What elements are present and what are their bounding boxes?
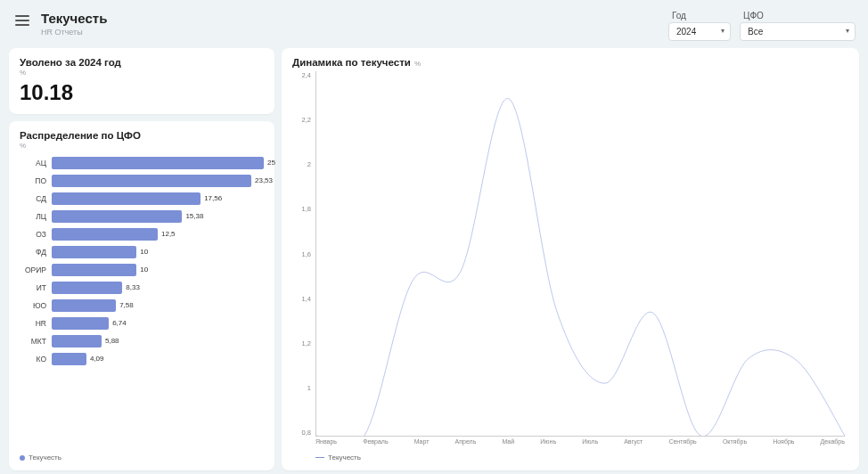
y-tick: 2 xyxy=(292,160,311,168)
distribution-bars: АЦ25ПО23,53СД17,56ЛЦ15,38ОЗ12,5ФД10ОРИР1… xyxy=(20,157,264,448)
distribution-bar xyxy=(52,264,136,276)
dynamics-legend: Текучесть xyxy=(315,454,361,462)
distribution-row: ОРИР10 xyxy=(20,264,264,276)
distribution-category: СД xyxy=(20,194,46,203)
distribution-value: 7,58 xyxy=(116,299,134,312)
distribution-track: 10 xyxy=(52,264,264,276)
distribution-row: ЛЦ15,38 xyxy=(20,210,264,223)
distribution-value: 15,38 xyxy=(182,210,203,223)
legend-dot-icon xyxy=(20,455,25,461)
distribution-category: ФД xyxy=(20,248,46,257)
distribution-value: 10 xyxy=(136,264,148,276)
dynamics-unit: % xyxy=(414,60,421,68)
distribution-unit: % xyxy=(20,142,264,150)
distribution-category: ИТ xyxy=(20,283,46,292)
dynamics-legend-label: Текучесть xyxy=(328,454,361,462)
filter-cfo-value: Все xyxy=(748,27,763,37)
distribution-bar xyxy=(52,299,116,312)
distribution-bar xyxy=(52,157,264,169)
distribution-bar xyxy=(52,192,201,205)
distribution-track: 4,09 xyxy=(52,353,264,365)
distribution-bar xyxy=(52,353,86,365)
kpi-card: Уволено за 2024 год % 10.18 xyxy=(9,48,274,114)
filter-year-label: Год xyxy=(668,11,731,20)
distribution-category: МКТ xyxy=(20,337,46,346)
x-tick: Июнь xyxy=(540,438,556,451)
x-tick: Апрель xyxy=(455,438,477,451)
distribution-title: Распределение по ЦФО xyxy=(20,130,264,141)
legend-line-icon xyxy=(315,457,324,458)
x-tick: Октябрь xyxy=(723,438,747,451)
y-tick: 1,2 xyxy=(292,339,311,347)
x-tick: Август xyxy=(624,438,643,451)
distribution-row: ФД10 xyxy=(20,246,264,258)
dynamics-title: Динамика по текучести xyxy=(292,57,411,68)
distribution-legend-label: Текучесть xyxy=(29,454,61,462)
distribution-category: ЮО xyxy=(20,301,46,310)
filter-year-value: 2024 xyxy=(676,27,696,37)
distribution-row: ЮО7,58 xyxy=(20,299,264,312)
x-tick: Февраль xyxy=(363,438,388,451)
title-block: Текучесть HR Отчеты xyxy=(41,11,107,37)
kpi-value: 10.18 xyxy=(20,80,264,105)
distribution-track: 5,88 xyxy=(52,335,264,347)
distribution-legend: Текучесть xyxy=(20,454,264,462)
distribution-value: 10 xyxy=(136,246,148,258)
y-tick: 1 xyxy=(292,384,311,392)
filter-cfo-select[interactable]: Все xyxy=(740,22,856,41)
distribution-bar xyxy=(52,282,122,294)
distribution-category: ОРИР xyxy=(20,266,46,274)
distribution-value: 8,33 xyxy=(122,282,140,294)
x-tick: Ноябрь xyxy=(773,438,794,451)
y-tick: 1,8 xyxy=(292,205,311,213)
distribution-row: МКТ5,88 xyxy=(20,335,264,347)
dynamics-chart: 0,811,21,41,61,822,22,4 ЯнварьФевральМар… xyxy=(292,71,848,462)
distribution-track: 23,53 xyxy=(52,175,264,187)
filter-cfo-label: ЦФО xyxy=(740,11,856,20)
distribution-category: ПО xyxy=(20,176,46,185)
distribution-category: ОЗ xyxy=(20,230,46,239)
y-tick: 2,2 xyxy=(292,116,311,124)
dynamics-card: Динамика по текучести % 0,811,21,41,61,8… xyxy=(282,48,859,470)
x-tick: Май xyxy=(502,438,514,451)
distribution-row: СД17,56 xyxy=(20,192,264,205)
y-tick: 2,4 xyxy=(292,71,311,79)
distribution-row: АЦ25 xyxy=(20,157,264,169)
kpi-unit: % xyxy=(20,69,264,77)
distribution-bar xyxy=(52,228,158,241)
distribution-category: ЛЦ xyxy=(20,212,46,221)
distribution-value: 25 xyxy=(264,157,275,169)
distribution-bar xyxy=(52,335,102,347)
header: Текучесть HR Отчеты Год 2024 ЦФО Все xyxy=(9,7,859,41)
distribution-bar xyxy=(52,175,251,187)
dynamics-plot xyxy=(315,71,845,437)
distribution-row: ПО23,53 xyxy=(20,175,264,187)
x-tick: Март xyxy=(414,438,430,451)
dynamics-y-axis: 0,811,21,41,61,822,22,4 xyxy=(292,71,314,437)
y-tick: 0,8 xyxy=(292,429,311,437)
dynamics-x-axis: ЯнварьФевральМартАпрельМайИюньИюльАвгуст… xyxy=(315,438,845,451)
dynamics-line xyxy=(316,98,845,436)
distribution-track: 10 xyxy=(52,246,264,258)
distribution-category: КО xyxy=(20,355,46,364)
menu-icon[interactable] xyxy=(12,11,32,30)
y-tick: 1,4 xyxy=(292,295,311,303)
filter-year-select[interactable]: 2024 xyxy=(668,22,731,41)
x-tick: Сентябрь xyxy=(668,438,696,451)
distribution-row: ОЗ12,5 xyxy=(20,228,264,241)
kpi-title: Уволено за 2024 год xyxy=(20,57,264,68)
distribution-bar xyxy=(52,210,182,223)
distribution-row: HR6,74 xyxy=(20,317,264,330)
distribution-value: 17,56 xyxy=(201,192,222,205)
distribution-value: 4,09 xyxy=(86,353,104,365)
distribution-row: КО4,09 xyxy=(20,353,264,365)
distribution-value: 23,53 xyxy=(251,175,273,187)
distribution-value: 6,74 xyxy=(109,317,127,330)
distribution-row: ИТ8,33 xyxy=(20,282,264,294)
distribution-card: Распределение по ЦФО % АЦ25ПО23,53СД17,5… xyxy=(9,121,274,470)
x-tick: Июль xyxy=(582,438,598,451)
distribution-category: HR xyxy=(20,319,46,328)
filters: Год 2024 ЦФО Все xyxy=(668,11,856,41)
distribution-track: 8,33 xyxy=(52,282,264,294)
page-title: Текучесть xyxy=(41,11,107,26)
